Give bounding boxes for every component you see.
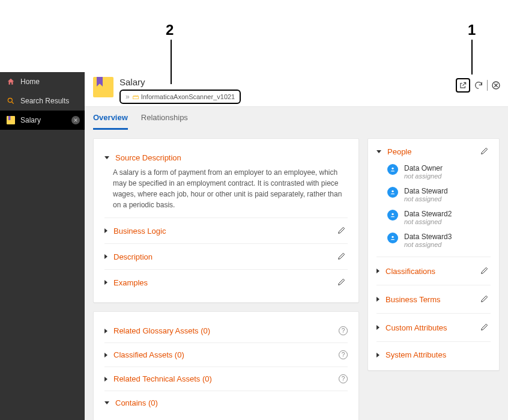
header-actions bbox=[456, 78, 502, 93]
person-icon bbox=[387, 210, 398, 221]
sidebar-item-label: Home bbox=[20, 78, 40, 86]
svg-rect-3 bbox=[8, 116, 10, 120]
annotation-1-line bbox=[471, 40, 473, 75]
edit-icon[interactable] bbox=[480, 322, 491, 333]
section-toggle[interactable]: Custom Attributes bbox=[376, 322, 491, 333]
section-toggle[interactable]: Contains (0) bbox=[104, 398, 348, 407]
caret-right-icon bbox=[104, 228, 107, 233]
home-icon bbox=[6, 77, 16, 87]
svg-rect-2 bbox=[7, 116, 15, 124]
sidebar-item-label: Salary bbox=[20, 116, 41, 124]
section-toggle[interactable]: Related Glossary Assets (0) ? bbox=[104, 326, 348, 335]
section-examples: Examples bbox=[104, 270, 348, 295]
tab-relationships[interactable]: Relationships bbox=[141, 107, 188, 130]
glossary-icon bbox=[6, 115, 16, 125]
caret-right-icon bbox=[104, 254, 107, 259]
close-icon[interactable] bbox=[71, 116, 80, 124]
person-assignment: not assigned bbox=[404, 241, 452, 248]
svg-point-9 bbox=[392, 168, 393, 169]
tab-overview[interactable]: Overview bbox=[93, 107, 128, 130]
source-description-body: A salary is a form of payment from an em… bbox=[104, 162, 348, 210]
caret-right-icon bbox=[376, 325, 379, 330]
section-description: Description bbox=[104, 244, 348, 270]
right-column: People Data Owner not assigned bbox=[367, 138, 500, 412]
edit-icon[interactable] bbox=[337, 251, 348, 262]
annotation-1: 1 bbox=[468, 22, 476, 38]
annotation-2-line bbox=[171, 40, 172, 84]
sidebar-item-search-results[interactable]: Search Results bbox=[0, 91, 85, 111]
info-icon[interactable]: ? bbox=[339, 374, 348, 383]
section-related-technical: Related Technical Assets (0) ? bbox=[104, 367, 348, 391]
section-toggle[interactable]: Classifications bbox=[376, 266, 491, 276]
divider bbox=[487, 80, 488, 91]
person-assignment: not assigned bbox=[404, 172, 443, 180]
caret-right-icon bbox=[104, 353, 107, 358]
section-business-logic: Business Logic bbox=[104, 218, 348, 244]
edit-icon[interactable] bbox=[480, 146, 491, 157]
section-title: Custom Attributes bbox=[386, 323, 480, 332]
section-title: Business Logic bbox=[113, 227, 337, 236]
refresh-button[interactable] bbox=[473, 79, 485, 91]
section-related-glossary: Related Glossary Assets (0) ? bbox=[104, 319, 348, 343]
section-toggle[interactable]: Business Terms bbox=[376, 294, 491, 305]
breadcrumb[interactable]: » 🗃 InformaticaAxonScanner_v1021 bbox=[119, 90, 241, 104]
section-title: Classifications bbox=[386, 267, 480, 276]
caret-right-icon bbox=[104, 329, 107, 333]
section-classified-assets: Classified Assets (0) ? bbox=[104, 343, 348, 367]
person-assignment: not assigned bbox=[404, 218, 452, 225]
section-toggle[interactable]: Source Description bbox=[104, 153, 348, 162]
section-toggle[interactable]: Examples bbox=[104, 277, 348, 288]
sidebar-item-home[interactable]: Home bbox=[0, 72, 85, 91]
sidebar-item-salary[interactable]: Salary bbox=[0, 111, 85, 130]
sidebar-item-label: Search Results bbox=[20, 97, 69, 105]
section-toggle[interactable]: Classified Assets (0) ? bbox=[104, 350, 348, 359]
caret-down-icon bbox=[376, 150, 381, 153]
main-area: Salary » 🗃 InformaticaAxonScanner_v1021 bbox=[85, 72, 508, 420]
person-role: Data Steward bbox=[404, 187, 448, 195]
open-external-button[interactable] bbox=[456, 78, 470, 93]
person-role: Data Steward2 bbox=[404, 210, 452, 218]
section-title: System Attributes bbox=[386, 350, 491, 359]
section-toggle[interactable]: People bbox=[376, 146, 491, 160]
details-panel: Source Description A salary is a form of… bbox=[93, 138, 359, 303]
caret-right-icon bbox=[376, 353, 379, 358]
person-role: Data Owner bbox=[404, 164, 443, 172]
person-data-steward2: Data Steward2 not assigned bbox=[376, 206, 491, 229]
section-title: Business Terms bbox=[386, 295, 480, 304]
close-panel-button[interactable] bbox=[490, 79, 502, 91]
svg-point-0 bbox=[8, 98, 12, 102]
person-icon bbox=[387, 164, 398, 175]
edit-icon[interactable] bbox=[480, 294, 491, 305]
section-title: Related Glossary Assets (0) bbox=[113, 326, 334, 335]
chevron-double-right-icon: » bbox=[125, 93, 129, 101]
section-title: Description bbox=[113, 252, 337, 261]
content-area: Source Description A salary is a form of… bbox=[85, 130, 508, 420]
info-icon[interactable]: ? bbox=[339, 326, 348, 335]
person-icon bbox=[387, 187, 398, 198]
edit-icon[interactable] bbox=[337, 277, 348, 288]
section-title: Contains (0) bbox=[115, 398, 348, 407]
edit-icon[interactable] bbox=[337, 225, 348, 236]
sidebar: Home Search Results Salary bbox=[0, 72, 85, 420]
tabs: Overview Relationships bbox=[85, 106, 508, 130]
caret-right-icon bbox=[376, 297, 379, 302]
svg-point-10 bbox=[392, 190, 393, 192]
person-data-steward3: Data Steward3 not assigned bbox=[376, 229, 491, 252]
section-source-description: Source Description A salary is a form of… bbox=[104, 146, 348, 218]
section-toggle[interactable]: Business Logic bbox=[104, 225, 348, 236]
person-data-owner: Data Owner not assigned bbox=[376, 160, 491, 183]
side-panel: People Data Owner not assigned bbox=[367, 138, 500, 371]
section-title: Related Technical Assets (0) bbox=[113, 374, 334, 383]
caret-down-icon bbox=[104, 401, 109, 404]
section-people: People Data Owner not assigned bbox=[376, 141, 491, 257]
page-title: Salary bbox=[119, 77, 500, 87]
svg-point-12 bbox=[392, 236, 393, 238]
section-system-attributes: System Attributes bbox=[376, 342, 491, 368]
section-toggle[interactable]: Related Technical Assets (0) ? bbox=[104, 374, 348, 383]
person-role: Data Steward3 bbox=[404, 233, 452, 241]
edit-icon[interactable] bbox=[480, 266, 491, 276]
info-icon[interactable]: ? bbox=[339, 350, 348, 359]
left-column: Source Description A salary is a form of… bbox=[93, 138, 359, 412]
section-toggle[interactable]: Description bbox=[104, 251, 348, 262]
section-toggle[interactable]: System Attributes bbox=[376, 350, 491, 359]
